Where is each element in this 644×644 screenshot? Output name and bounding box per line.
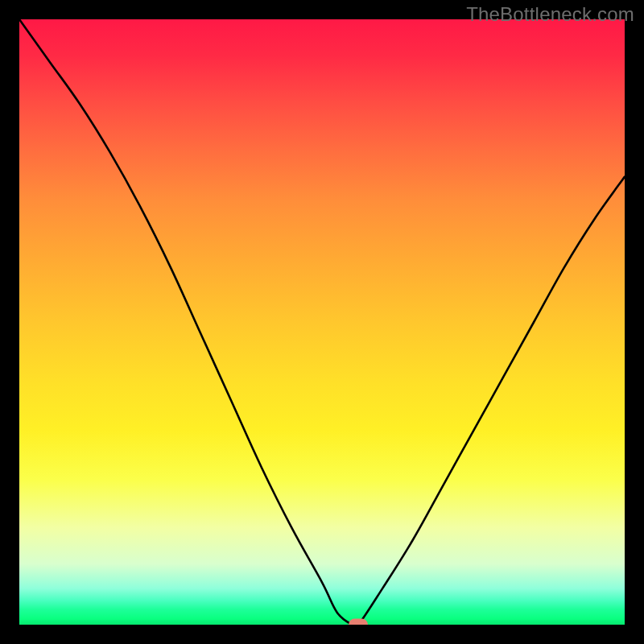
- chart-frame: TheBottleneck.com: [0, 0, 644, 644]
- plot-area: [19, 19, 625, 625]
- attribution-text: TheBottleneck.com: [466, 3, 634, 26]
- bottleneck-curve: [19, 19, 625, 625]
- curve-path: [19, 19, 625, 625]
- optimal-point-marker: [349, 619, 368, 625]
